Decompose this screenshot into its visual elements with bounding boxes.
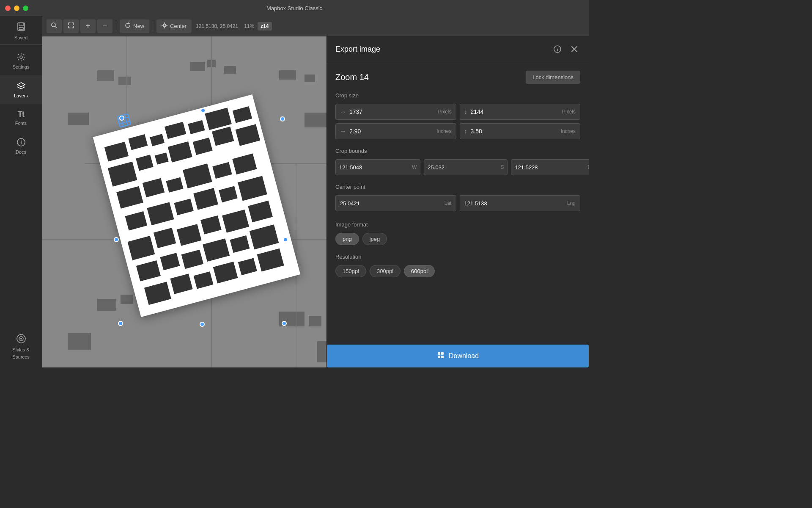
svg-rect-18 — [118, 77, 131, 85]
svg-text:i: i — [20, 139, 22, 146]
toolbar-sep-2 — [153, 21, 153, 31]
crop-height-px-input[interactable] — [471, 108, 560, 115]
crop-width-in-row: ↔ Inches ↕ Inches — [335, 123, 580, 139]
center-button-label: Center — [170, 23, 187, 29]
center-lng-input[interactable] — [464, 200, 565, 207]
crop-handle-top-right[interactable] — [280, 116, 285, 121]
close-panel-button[interactable] — [568, 43, 580, 55]
map-panel-row: Export image i — [42, 36, 589, 367]
svg-rect-27 — [97, 299, 116, 311]
new-button-label: New — [133, 23, 144, 29]
close-button[interactable] — [5, 6, 11, 11]
export-panel: Export image i — [326, 36, 589, 367]
crop-width-in-unit: Inches — [436, 128, 451, 134]
sidebar-item-saved[interactable]: Saved — [0, 16, 42, 45]
layers-icon — [16, 81, 26, 91]
svg-rect-66 — [177, 224, 202, 246]
download-button[interactable]: Download — [327, 345, 589, 367]
svg-rect-21 — [224, 66, 236, 74]
svg-rect-77 — [170, 273, 192, 294]
svg-rect-92 — [441, 352, 444, 355]
minimize-button[interactable] — [14, 6, 19, 11]
format-jpeg-button[interactable]: jpeg — [362, 233, 387, 245]
svg-rect-31 — [68, 333, 91, 350]
bound-s-group: S — [424, 159, 508, 175]
map-container[interactable] — [42, 36, 326, 367]
center-lat-label: Lat — [444, 200, 452, 206]
sidebar-item-saved-label: Saved — [14, 35, 27, 40]
svg-rect-42 — [188, 120, 205, 134]
crop-handle-top-center[interactable] — [200, 108, 206, 113]
download-icon — [437, 351, 444, 361]
app-title: Mapbox Studio Classic — [266, 5, 322, 11]
svg-rect-55 — [183, 163, 212, 188]
crop-handle-mid-right[interactable] — [283, 237, 288, 242]
fullscreen-button[interactable] — [63, 19, 79, 33]
res-300-button[interactable]: 300ppi — [370, 265, 401, 277]
crop-size-section: Crop size ↔ Pixels ↕ Pixels — [335, 92, 580, 139]
toolbar-coordinates: 121.5138, 25.0421 — [193, 23, 241, 29]
crop-handle-top-left[interactable] — [119, 116, 124, 121]
format-section: Image format png jpeg — [335, 221, 580, 245]
svg-rect-48 — [168, 141, 192, 163]
svg-rect-68 — [222, 210, 249, 233]
info-button[interactable]: i — [551, 43, 563, 55]
svg-rect-52 — [116, 186, 143, 209]
svg-rect-94 — [441, 356, 444, 358]
crop-handle-bottom-left[interactable] — [118, 321, 123, 326]
crop-height-in-input[interactable] — [471, 128, 558, 135]
crop-bounds-section: Crop bounds W S — [335, 148, 580, 175]
sidebar-item-settings[interactable]: Settings — [0, 47, 42, 75]
res-600-button[interactable]: 600ppi — [404, 265, 435, 277]
bound-e-input[interactable] — [515, 164, 586, 171]
svg-rect-65 — [154, 228, 176, 248]
crop-height-px-group: ↕ Pixels — [460, 104, 581, 120]
search-button[interactable] — [47, 19, 62, 33]
center-icon — [162, 22, 167, 30]
bound-e-label: E — [587, 164, 589, 170]
crop-width-px-row: ↔ Pixels ↕ Pixels — [335, 104, 580, 120]
center-button[interactable]: Center — [156, 19, 192, 33]
sidebar-item-fonts[interactable]: Tt Fonts — [0, 104, 42, 132]
sidebar-item-fonts-label: Fonts — [15, 121, 27, 126]
toolbar-sep-1 — [116, 21, 116, 31]
svg-point-11 — [163, 24, 166, 27]
search-icon — [51, 22, 58, 30]
svg-rect-60 — [174, 199, 194, 215]
sidebar-item-sources-label: Sources — [12, 354, 29, 360]
svg-rect-23 — [304, 75, 315, 82]
crop-handle-bottom-center[interactable] — [200, 322, 205, 327]
maximize-button[interactable] — [23, 6, 28, 11]
bound-w-input[interactable] — [339, 164, 410, 171]
svg-rect-61 — [193, 188, 218, 210]
toolbar-zoom-badge: z14 — [258, 22, 272, 30]
new-button[interactable]: New — [120, 19, 149, 33]
crop-width-px-input[interactable] — [349, 108, 435, 115]
bound-w-group: W — [335, 159, 420, 175]
crop-handle-bottom-right[interactable] — [282, 321, 287, 326]
resolution-section: Resolution 150ppi 300ppi 600ppi — [335, 254, 580, 277]
format-png-button[interactable]: png — [335, 233, 359, 245]
lock-dimensions-button[interactable]: Lock dimensions — [526, 71, 580, 84]
sidebar-item-styles-sources[interactable]: Styles & Sources — [0, 327, 42, 367]
crop-height-in-group: ↕ Inches — [460, 123, 581, 139]
bound-s-input[interactable] — [428, 164, 499, 171]
svg-line-10 — [55, 26, 57, 28]
center-lat-input[interactable] — [340, 200, 442, 207]
sidebar-item-docs[interactable]: i Docs — [0, 132, 42, 160]
svg-rect-49 — [193, 138, 213, 155]
crop-width-in-input[interactable] — [349, 128, 434, 135]
svg-point-8 — [20, 338, 22, 340]
svg-rect-71 — [160, 253, 180, 270]
res-150-button[interactable]: 150ppi — [335, 265, 366, 277]
svg-rect-53 — [143, 178, 165, 197]
vertical-arrow-icon: ↕ — [464, 108, 467, 115]
zoom-out-button[interactable]: − — [97, 19, 112, 33]
svg-rect-57 — [232, 153, 257, 174]
zoom-in-button[interactable]: + — [80, 19, 96, 33]
window-controls — [5, 6, 28, 11]
export-body: Zoom 14 Lock dimensions Crop size ↔ Pixe… — [327, 62, 589, 345]
crop-handle-mid-left[interactable] — [114, 237, 119, 242]
horizontal-arrow-icon-2: ↔ — [340, 128, 346, 135]
sidebar-item-layers[interactable]: Layers — [0, 75, 42, 104]
